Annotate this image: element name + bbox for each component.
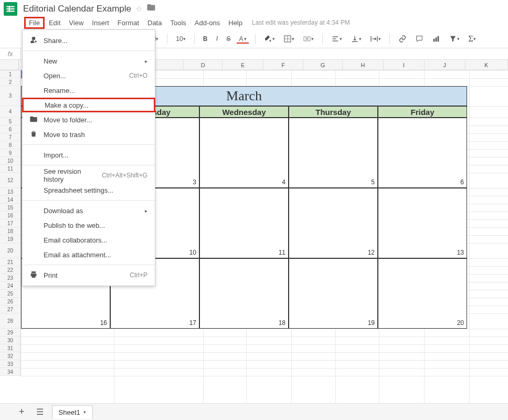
calendar-date: 16: [21, 313, 110, 329]
row-header[interactable]: 29: [0, 329, 20, 337]
row-header[interactable]: 31: [0, 344, 20, 352]
menu-format[interactable]: Format: [113, 17, 143, 29]
text-color-button[interactable]: A ▾: [237, 34, 249, 44]
column-header[interactable]: G: [303, 60, 343, 70]
menu-view[interactable]: View: [65, 17, 88, 29]
row-header[interactable]: 13: [0, 188, 20, 196]
row-header[interactable]: 33: [0, 360, 20, 368]
text-wrap-button[interactable]: ▾: [368, 34, 383, 44]
row-header[interactable]: 7: [0, 133, 20, 141]
row-header[interactable]: 17: [0, 219, 20, 227]
row-header[interactable]: 18: [0, 227, 20, 235]
menu-item-email-attachment[interactable]: Email as attachment...: [23, 247, 155, 262]
row-header[interactable]: 32: [0, 352, 20, 360]
trash-icon: [29, 130, 38, 140]
row-header[interactable]: 27: [0, 306, 20, 313]
sheet-tab[interactable]: Sheet1 ▾: [52, 405, 93, 419]
strikethrough-button[interactable]: S: [224, 34, 232, 44]
submenu-arrow-icon: ▸: [145, 208, 147, 214]
menu-tools[interactable]: Tools: [166, 17, 190, 29]
menu-item-download-as[interactable]: Download as▸: [23, 203, 155, 218]
row-header[interactable]: 23: [0, 274, 20, 282]
menu-item-publish-web[interactable]: Publish to the web...: [23, 218, 155, 233]
menu-insert[interactable]: Insert: [88, 17, 113, 29]
bold-button[interactable]: B: [201, 34, 210, 44]
svg-rect-9: [308, 37, 311, 41]
all-sheets-button[interactable]: ☰: [33, 407, 47, 417]
row-header[interactable]: 5: [0, 118, 20, 125]
row-header[interactable]: 2: [0, 78, 20, 86]
row-header[interactable]: 20: [0, 243, 20, 258]
row-header[interactable]: 16: [0, 212, 20, 219]
row-header[interactable]: 8: [0, 141, 20, 149]
row-header[interactable]: 3: [0, 86, 20, 106]
menu-item-import[interactable]: Import...: [23, 148, 155, 162]
menu-file[interactable]: File: [24, 17, 45, 29]
menu-data[interactable]: Data: [143, 17, 166, 29]
menu-item-rename[interactable]: Rename...: [23, 83, 155, 98]
menu-item-revision-history[interactable]: See revision historyCtrl+Alt+Shift+G: [23, 168, 155, 183]
row-header[interactable]: 1: [0, 70, 20, 78]
row-header[interactable]: 30: [0, 337, 20, 344]
row-header[interactable]: 10: [0, 157, 20, 165]
row-header[interactable]: 15: [0, 204, 20, 212]
menu-edit[interactable]: Edit: [45, 17, 65, 29]
row-header[interactable]: 34: [0, 368, 20, 376]
row-header[interactable]: 25: [0, 290, 20, 298]
menu-item-move-trash[interactable]: Move to trash: [23, 127, 155, 142]
insert-comment-button[interactable]: [413, 34, 426, 44]
functions-button[interactable]: Σ▾: [466, 33, 478, 45]
row-header[interactable]: 9: [0, 149, 20, 157]
column-header[interactable]: F: [263, 60, 303, 70]
row-header[interactable]: 21: [0, 258, 20, 266]
row-header[interactable]: 6: [0, 125, 20, 133]
menu-item-email-collaborators[interactable]: Email collaborators...: [23, 233, 155, 247]
chevron-down-icon: ▾: [378, 36, 381, 41]
menu-item-open[interactable]: Open...Ctrl+O: [23, 68, 155, 83]
italic-button[interactable]: I: [214, 34, 220, 44]
add-sheet-button[interactable]: +: [16, 406, 28, 417]
fx-label: fx: [0, 48, 21, 59]
vertical-align-button[interactable]: ▾: [348, 34, 364, 44]
column-header[interactable]: D: [184, 60, 223, 70]
menu-help[interactable]: Help: [224, 17, 247, 29]
row-header[interactable]: 4: [0, 106, 20, 118]
row-header[interactable]: 28: [0, 313, 20, 329]
row-header[interactable]: 26: [0, 298, 20, 306]
menu-item-move-folder[interactable]: Move to folder...: [23, 112, 155, 127]
merge-cells-button[interactable]: ▾: [301, 34, 316, 44]
row-header[interactable]: 12: [0, 173, 20, 188]
fill-color-button[interactable]: ▾: [262, 34, 277, 44]
svg-rect-1: [6, 6, 14, 7]
column-header[interactable]: K: [465, 60, 508, 70]
menu-item-share[interactable]: Share...: [23, 33, 155, 48]
menu-item-make-copy[interactable]: Make a copy...: [22, 98, 155, 112]
menu-item-new[interactable]: New▸: [23, 54, 155, 68]
calendar-date: 13: [378, 243, 467, 258]
row-header[interactable]: 11: [0, 165, 20, 173]
last-edit-status[interactable]: Last edit was yesterday at 4:34 PM: [252, 19, 350, 26]
borders-button[interactable]: ▾: [281, 34, 297, 44]
menu-item-spreadsheet-settings[interactable]: Spreadsheet settings...: [23, 183, 155, 197]
star-icon[interactable]: ☆: [135, 4, 142, 14]
column-header[interactable]: E: [223, 60, 263, 70]
insert-link-button[interactable]: [396, 34, 409, 44]
share-icon: [29, 36, 38, 46]
insert-chart-button[interactable]: [430, 34, 442, 44]
document-title[interactable]: Editorial Calendar Example: [21, 4, 131, 14]
row-header[interactable]: 14: [0, 196, 20, 204]
sheets-app-icon[interactable]: [0, 1, 21, 17]
chevron-down-icon: ▾: [272, 36, 275, 41]
row-header[interactable]: 22: [0, 266, 20, 274]
horizontal-align-button[interactable]: ▾: [329, 34, 344, 44]
filter-button[interactable]: ▾: [447, 34, 462, 44]
column-header[interactable]: I: [384, 60, 425, 70]
menu-addons[interactable]: Add-ons: [190, 17, 224, 29]
row-header[interactable]: 24: [0, 282, 20, 290]
menu-item-print[interactable]: PrintCtrl+P: [23, 268, 155, 282]
font-size-select[interactable]: 10 ▾: [174, 34, 187, 44]
row-header[interactable]: 19: [0, 235, 20, 243]
folder-icon[interactable]: [146, 3, 156, 15]
column-header[interactable]: H: [343, 60, 384, 70]
column-header[interactable]: J: [425, 60, 465, 70]
